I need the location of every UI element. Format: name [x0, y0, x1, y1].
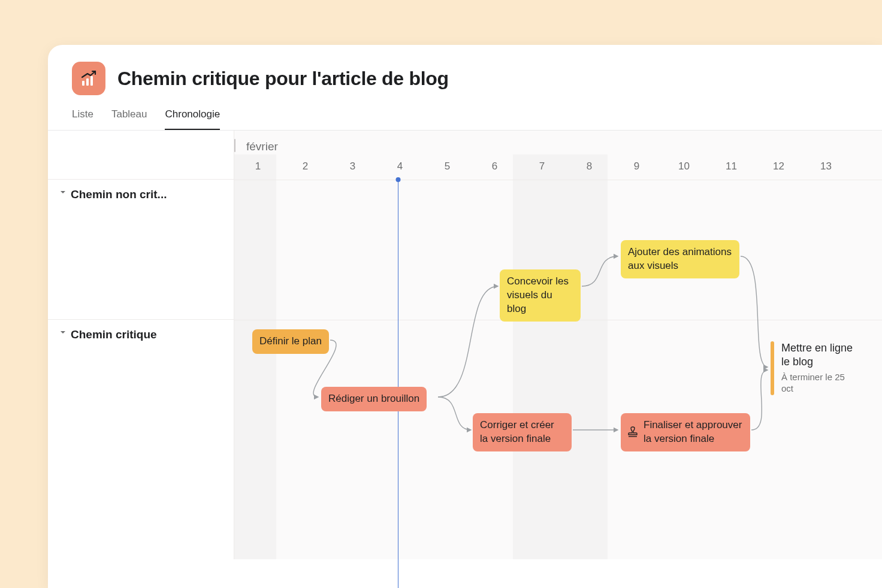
project-header: Chemin critique pour l'article de blog L…	[48, 45, 882, 130]
day-col-3: 3	[329, 160, 376, 180]
day-col-6: 6	[471, 160, 518, 180]
day-col-11: 11	[708, 160, 755, 180]
header-row-divider	[234, 180, 882, 180]
section-critical-label: Chemin critique	[71, 328, 157, 341]
milestone-publish[interactable]: Mettre en ligne le blog À terminer le 25…	[771, 341, 853, 395]
app-window: Chemin critique pour l'article de blog L…	[48, 45, 882, 588]
task-add-animations[interactable]: Ajouter des animations aux visuels	[621, 240, 739, 278]
milestone-bar	[771, 341, 774, 395]
day-col-10: 10	[660, 160, 708, 180]
month-start-marker	[234, 139, 235, 152]
chevron-down-icon	[59, 328, 67, 337]
svg-rect-0	[82, 81, 84, 86]
sidebar-header-spacer	[48, 131, 234, 180]
task-label: Finaliser et approuver la version finale	[644, 419, 743, 446]
task-approve-final[interactable]: Finaliser et approuver la version finale	[621, 413, 750, 451]
day-col-5: 5	[424, 160, 471, 180]
task-label: Rédiger un brouillon	[328, 393, 419, 404]
timeline-area: Chemin non crit... Chemin critique févri…	[48, 131, 882, 559]
day-header: 1 2 3 4 5 6 7 8 9 10 11 12 13	[234, 160, 850, 180]
task-label: Concevoir les visuels du blog	[507, 275, 569, 314]
day-col-7: 7	[518, 160, 566, 180]
task-design-visuals[interactable]: Concevoir les visuels du blog	[500, 269, 581, 322]
today-indicator-line	[398, 180, 398, 588]
month-label: février	[246, 140, 278, 153]
milestone-subtitle: À terminer le 25 oct	[781, 371, 853, 395]
svg-rect-2	[90, 76, 93, 86]
task-write-draft[interactable]: Rédiger un brouillon	[321, 387, 427, 411]
title-row: Chemin critique pour l'article de blog	[72, 62, 858, 95]
day-col-1: 1	[234, 160, 282, 180]
timeline-canvas[interactable]: février 1 2 3 4 5 6 7 8 9 10 11 12 13	[234, 131, 882, 559]
task-review-final[interactable]: Corriger et créer la version finale	[473, 413, 572, 451]
tab-list[interactable]: Liste	[72, 108, 93, 130]
weekend-shade	[513, 154, 608, 559]
today-indicator-dot	[396, 177, 401, 182]
task-define-plan[interactable]: Définir le plan	[252, 329, 329, 354]
weekend-shade	[234, 154, 276, 559]
task-label: Ajouter des animations aux visuels	[628, 246, 732, 271]
tab-board[interactable]: Tableau	[111, 108, 147, 130]
day-col-13: 13	[802, 160, 850, 180]
project-title: Chemin critique pour l'article de blog	[117, 68, 449, 90]
day-col-2: 2	[282, 160, 329, 180]
timeline-sidebar: Chemin non crit... Chemin critique	[48, 131, 234, 559]
section-noncritical[interactable]: Chemin non crit...	[48, 180, 234, 320]
day-col-4: 4	[376, 160, 424, 180]
day-col-12: 12	[755, 160, 802, 180]
task-label: Définir le plan	[259, 335, 322, 347]
project-icon[interactable]	[72, 62, 105, 95]
section-critical[interactable]: Chemin critique	[48, 320, 234, 559]
day-col-8: 8	[566, 160, 613, 180]
view-tabs: Liste Tableau Chronologie	[72, 108, 858, 130]
milestone-text: Mettre en ligne le blog À terminer le 25…	[781, 341, 853, 395]
chart-up-icon	[79, 69, 98, 88]
tab-timeline[interactable]: Chronologie	[165, 108, 220, 130]
task-label: Corriger et créer la version finale	[480, 419, 554, 444]
milestone-title: Mettre en ligne le blog	[781, 341, 853, 369]
svg-rect-1	[86, 78, 89, 86]
chevron-down-icon	[59, 188, 67, 196]
section-noncritical-label: Chemin non crit...	[71, 188, 167, 201]
day-col-9: 9	[613, 160, 660, 180]
stamp-icon	[627, 426, 639, 438]
